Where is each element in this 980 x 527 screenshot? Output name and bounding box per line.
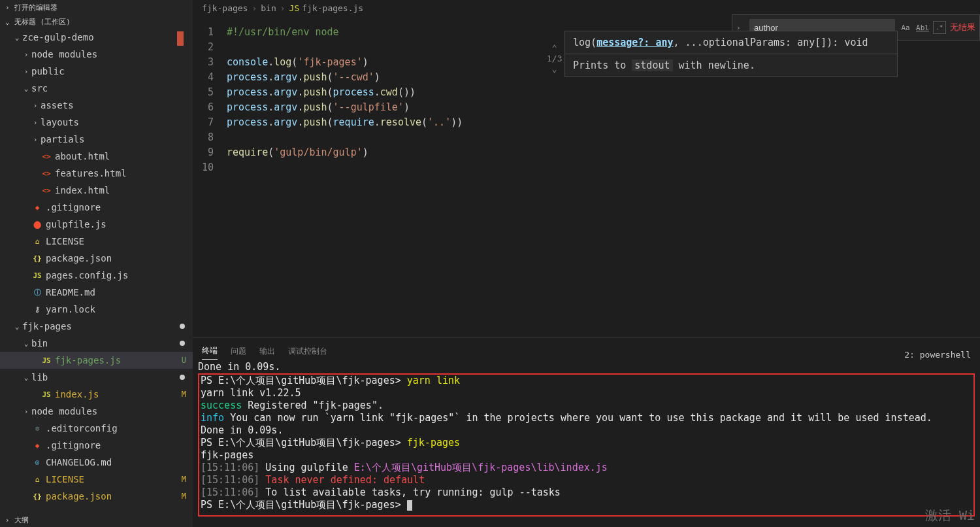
signature-counter: 1/3 <box>547 54 562 64</box>
tree-label: fjk-pages.js <box>55 355 193 366</box>
sidebar: › 打开的编辑器 ⌄ 无标题 (工作区) ⌄zce-gulp-demo›node… <box>0 0 193 527</box>
tree-item[interactable]: ◆.gitignore <box>0 199 193 216</box>
file-icon: <> <box>41 167 52 179</box>
error-marker-icon <box>177 31 184 46</box>
chevron-right-icon: › <box>5 516 14 524</box>
chevron-right-icon: › <box>30 118 41 127</box>
tree-label: layouts <box>41 117 193 128</box>
file-icon: JS <box>41 354 52 366</box>
terminal[interactable]: Done in 0.09s. PS E:\个人项目\gitHub项目\fjk-p… <box>193 360 980 527</box>
tree-item[interactable]: JSfjk-pages.jsU <box>0 352 193 369</box>
crumb[interactable]: fjk-pages.js <box>302 3 363 13</box>
tree-item[interactable]: ›assets <box>0 97 193 114</box>
tree-label: .gitignore <box>46 440 193 450</box>
tree-item[interactable]: ⌂LICENSE <box>0 233 193 250</box>
sidebar-section-open-editors[interactable]: › 打开的编辑器 <box>0 0 193 14</box>
git-decoration: U <box>182 356 186 365</box>
tree-item[interactable]: <>about.html <box>0 148 193 165</box>
breadcrumb[interactable]: fjk-pages › bin › JS fjk-pages.js <box>193 0 980 16</box>
label: 打开的编辑器 <box>14 3 57 12</box>
tree-item[interactable]: <>index.html <box>0 182 193 199</box>
tree-label: features.html <box>55 168 193 178</box>
tree-item[interactable]: ›layouts <box>0 114 193 131</box>
signature-nav[interactable]: ⌃ 1/3 ⌄ <box>547 43 562 75</box>
sidebar-section-outline[interactable]: › 大纲 <box>0 513 193 527</box>
tree-label: README.md <box>46 287 193 298</box>
activate-windows-watermark: 激活 Wi <box>925 509 975 522</box>
tree-item[interactable]: {}package.json <box>0 250 193 267</box>
code-editor[interactable]: 12345678910 #!/usr/bin/env nodeconsole.l… <box>193 16 980 337</box>
terminal-selector[interactable]: 2: powershell <box>904 350 971 360</box>
tree-item[interactable]: ◆.gitignore <box>0 437 193 454</box>
file-icon: <> <box>41 184 52 196</box>
chevron-down-icon[interactable]: ⌄ <box>547 64 562 75</box>
tree-label: lib <box>31 372 193 382</box>
tree-item[interactable]: <>features.html <box>0 165 193 182</box>
chevron-right-icon: › <box>21 407 31 416</box>
tree-label: LICENSE <box>46 236 193 246</box>
signature-text: log(message?: any, ...optionalParams: an… <box>565 31 897 54</box>
match-whole-word-icon[interactable]: Abl <box>916 21 929 34</box>
tree-item[interactable]: ⌄lib <box>0 369 193 386</box>
crumb[interactable]: fjk-pages <box>202 3 248 13</box>
tree-item[interactable]: ⊙CHANGELOG.md <box>0 454 193 471</box>
file-icon: JS <box>31 269 43 281</box>
tree-label: index.html <box>55 185 193 196</box>
chevron-down-icon: ⌄ <box>5 18 14 26</box>
tree-label: bin <box>31 338 193 348</box>
tree-item[interactable]: JSindex.jsM <box>0 386 193 403</box>
tab-output[interactable]: 输出 <box>259 343 275 360</box>
file-icon: ◆ <box>31 201 43 213</box>
tab-debug-console[interactable]: 调试控制台 <box>288 343 327 360</box>
label: 无标题 (工作区) <box>14 17 71 27</box>
chevron-right-icon: › <box>280 3 286 13</box>
tree-item[interactable]: ⌄bin <box>0 335 193 352</box>
tree-item[interactable]: ⚙.editorconfig <box>0 420 193 437</box>
tree-label: package.json <box>46 491 193 502</box>
tree-label: partials <box>41 134 193 144</box>
tab-terminal[interactable]: 终端 <box>202 343 218 360</box>
tree-item[interactable]: ›node_modules <box>0 403 193 420</box>
use-regex-icon[interactable]: .* <box>933 21 946 34</box>
file-icon: ◆ <box>31 439 43 451</box>
tree-item[interactable]: ⬤gulpfile.js <box>0 216 193 233</box>
file-icon: ⓘ <box>31 286 43 298</box>
tree-label: zce-gulp-demo <box>22 32 193 42</box>
tree-label: src <box>31 83 193 94</box>
file-icon: <> <box>41 150 52 162</box>
tree-item[interactable]: ⚷yarn.lock <box>0 301 193 318</box>
chevron-down-icon: ⌄ <box>21 84 31 93</box>
label: 大纲 <box>14 515 29 525</box>
sidebar-section-workspace[interactable]: ⌄ 无标题 (工作区) <box>0 14 193 29</box>
tree-item[interactable]: ›partials <box>0 131 193 148</box>
tree-label: about.html <box>55 151 193 162</box>
js-file-icon: JS <box>289 3 300 13</box>
chevron-down-icon: ⌄ <box>12 33 22 42</box>
tree-item[interactable]: ⌄zce-gulp-demo <box>0 29 193 46</box>
tree-item[interactable]: JSpages.config.js <box>0 267 193 284</box>
chevron-up-icon[interactable]: ⌃ <box>547 43 562 54</box>
file-icon: {} <box>31 252 43 264</box>
tree-item[interactable]: ⌄fjk-pages <box>0 318 193 335</box>
tab-problems[interactable]: 问题 <box>231 343 246 360</box>
tree-item[interactable]: ⓘREADME.md <box>0 284 193 301</box>
tree-item[interactable]: ›public <box>0 63 193 80</box>
crumb[interactable]: bin <box>261 3 276 13</box>
tree-item[interactable]: ⌄src <box>0 80 193 97</box>
panel-tabs: 终端 问题 输出 调试控制台 2: powershell <box>193 338 980 360</box>
git-decoration: M <box>182 475 186 484</box>
line-gutter: 12345678910 <box>193 16 227 337</box>
file-icon: ⚙ <box>31 422 43 434</box>
match-case-icon[interactable]: Aa <box>899 21 912 34</box>
tree-item[interactable]: {}package.jsonM <box>0 488 193 505</box>
git-decoration: M <box>182 492 186 501</box>
modified-dot-icon <box>180 375 185 380</box>
tree-label: public <box>31 66 193 76</box>
chevron-right-icon: › <box>5 3 14 12</box>
signature-description: Prints to stdout with newline. <box>565 54 897 76</box>
tree-label: assets <box>41 100 193 110</box>
file-icon: ⌂ <box>31 235 43 247</box>
tree-item[interactable]: ›node_modules <box>0 46 193 63</box>
tree-label: .editorconfig <box>46 423 193 434</box>
tree-item[interactable]: ⌂LICENSEM <box>0 471 193 488</box>
